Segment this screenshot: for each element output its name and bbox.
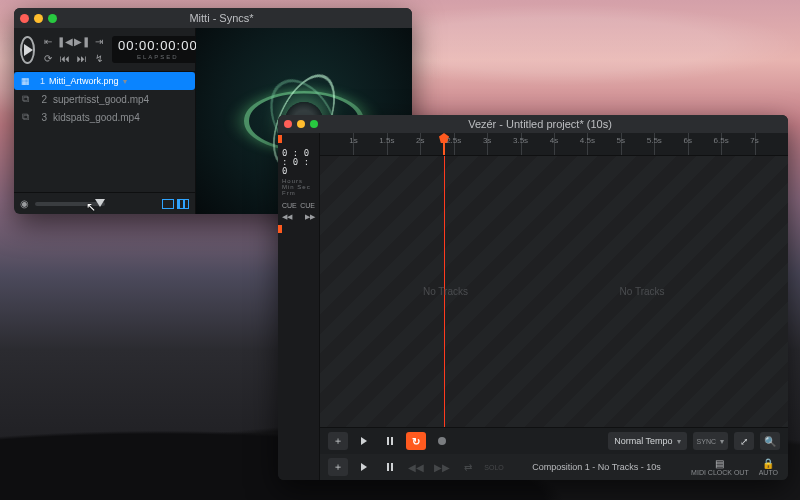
comp-pause-button[interactable] <box>380 432 400 450</box>
proj-next-button[interactable]: ▶▶ <box>432 458 452 476</box>
visibility-icon[interactable]: ◉ <box>20 198 29 209</box>
no-tracks-label: No Tracks <box>423 286 468 297</box>
close-icon[interactable] <box>20 14 29 23</box>
playlist-row[interactable]: ⧉ 3 kidspats_good.mp4 <box>14 108 195 126</box>
ruler-label: 6s <box>683 136 691 145</box>
mitti-traffic-lights <box>20 14 57 23</box>
vezer-main: 1s1.5s2s2.5s3s3.5s4s4.5s5s5.5s6s6.5s7s N… <box>320 133 788 480</box>
loop-button[interactable]: ⟳ <box>41 51 55 65</box>
prev-cue-button[interactable]: CUE CUE <box>278 200 319 211</box>
loop-start-handle[interactable] <box>278 135 282 143</box>
playlist-index: 1 <box>35 76 45 86</box>
mitti-transport: ⇤ ❚◀ ▶❚ ⇥ ⟳ ⏮ ⏭ ↯ 00:00:00:00 ELAPSED <box>14 28 195 72</box>
tempo-select[interactable]: Normal Tempo <box>608 432 686 450</box>
ruler-label: 4s <box>550 136 558 145</box>
vezer-timecode: 0 : 0 : 0 : 0 <box>278 145 319 178</box>
ruler-label: 5.5s <box>647 136 662 145</box>
mitti-titlebar[interactable]: Mitti - Syncs* <box>14 8 412 28</box>
step-back-button[interactable]: ❚◀ <box>58 34 72 48</box>
playlist-row[interactable]: ▦ 1 Mitti_Artwork.png <box>14 72 195 90</box>
auto-label: AUTO <box>759 469 778 476</box>
midi-clock-button[interactable]: ▤ MIDI CLOCK OUT <box>689 458 751 476</box>
comp-record-button[interactable] <box>432 432 452 450</box>
mitti-playlist: ▦ 1 Mitti_Artwork.png ⧉ 2 supertrisst_go… <box>14 72 195 192</box>
ruler-label: 1.5s <box>379 136 394 145</box>
playhead-stem-icon <box>443 143 445 155</box>
play-button[interactable] <box>20 36 35 64</box>
next-cue-button[interactable]: ⇥ <box>92 34 106 48</box>
no-tracks-label: No Tracks <box>620 286 665 297</box>
loop-end-handle[interactable] <box>278 225 282 233</box>
mitti-title: Mitti - Syncs* <box>65 12 406 24</box>
proj-play-button[interactable] <box>354 458 374 476</box>
proj-link-button[interactable]: ⇄ <box>458 458 478 476</box>
comp-loop-button[interactable]: ↻ <box>406 432 426 450</box>
mitti-footer: ◉ <box>14 192 195 214</box>
mitti-sidebar: ⇤ ❚◀ ▶❚ ⇥ ⟳ ⏮ ⏭ ↯ 00:00:00:00 ELAPSED ▦ <box>14 28 196 214</box>
layout-single-button[interactable] <box>162 199 174 209</box>
cue-next-label: CUE <box>300 202 315 209</box>
playlist-row[interactable]: ⧉ 2 supertrisst_good.mp4 <box>14 90 195 108</box>
sync-label: SYNC <box>697 438 716 445</box>
comp-play-button[interactable] <box>354 432 374 450</box>
sync-select[interactable]: SYNC <box>693 432 728 450</box>
proj-solo-button[interactable]: SOLO <box>484 458 504 476</box>
vezer-timecode-label: Hours Min Sec Frm <box>278 178 319 200</box>
slider-thumb-icon[interactable] <box>95 199 105 207</box>
shuffle-button[interactable]: ↯ <box>92 51 106 65</box>
midi-icon: ▤ <box>715 458 724 469</box>
rewind-button[interactable]: ⏮ <box>58 51 72 65</box>
image-icon: ▦ <box>20 76 31 86</box>
layout-split-button[interactable] <box>177 199 189 209</box>
ruler-label: 4.5s <box>580 136 595 145</box>
minimize-icon[interactable] <box>297 120 305 128</box>
status-text: Composition 1 - No Tracks - 10s <box>532 462 661 472</box>
close-icon[interactable] <box>284 120 292 128</box>
cue-label: CUE <box>282 202 297 209</box>
proj-pause-button[interactable] <box>380 458 400 476</box>
ruler-label: 6.5s <box>714 136 729 145</box>
timecode-label: ELAPSED <box>137 54 179 60</box>
video-icon: ⧉ <box>20 93 31 105</box>
ffwd-icon: ▶▶ <box>305 213 315 221</box>
ffwd-button[interactable]: ⏭ <box>75 51 89 65</box>
ruler-label: 2.5s <box>446 136 461 145</box>
maximize-icon[interactable] <box>48 14 57 23</box>
add-track-button[interactable]: ＋ <box>328 432 348 450</box>
pause-icon <box>387 437 393 445</box>
play-icon <box>361 437 367 445</box>
playlist-name: kidspats_good.mp4 <box>53 112 140 123</box>
lock-icon: 🔒 <box>762 458 774 469</box>
composition-toolbar: ＋ ↻ Normal Tempo SYNC ⤢ 🔍 <box>320 428 788 454</box>
mitti-timecode: 00:00:00:00 ELAPSED <box>112 36 204 63</box>
add-composition-button[interactable]: ＋ <box>328 458 348 476</box>
prev-cue-button[interactable]: ⇤ <box>41 34 55 48</box>
step-fwd-button[interactable]: ▶❚ <box>75 34 89 48</box>
tempo-value: Normal Tempo <box>614 436 672 446</box>
maximize-icon[interactable] <box>310 120 318 128</box>
playlist-index: 3 <box>37 112 47 123</box>
proj-prev-button[interactable]: ◀◀ <box>406 458 426 476</box>
ruler-label: 5s <box>617 136 625 145</box>
next-cue-button[interactable]: ◀◀ ▶▶ <box>278 211 319 223</box>
record-icon <box>438 437 446 445</box>
zoom-button[interactable]: 🔍 <box>760 432 780 450</box>
pause-icon <box>387 463 393 471</box>
vezer-window: Vezér - Untitled project* (10s) 0 : 0 : … <box>278 115 788 480</box>
play-icon <box>361 463 367 471</box>
auto-button[interactable]: 🔒 AUTO <box>757 458 780 476</box>
playlist-index: 2 <box>37 94 47 105</box>
ruler-label: 3s <box>483 136 491 145</box>
project-toolbar: ＋ ◀◀ ▶▶ ⇄ SOLO Composition 1 - No Tracks… <box>320 454 788 480</box>
vezer-gutter: 0 : 0 : 0 : 0 Hours Min Sec Frm CUE CUE … <box>278 133 320 480</box>
tracks-area[interactable]: No Tracks No Tracks <box>320 155 788 428</box>
minimize-icon[interactable] <box>34 14 43 23</box>
vezer-title: Vezér - Untitled project* (10s) <box>326 118 782 130</box>
mouse-cursor-icon: ↖ <box>86 200 96 214</box>
vezer-titlebar[interactable]: Vezér - Untitled project* (10s) <box>278 115 788 133</box>
video-icon: ⧉ <box>20 111 31 123</box>
zoom-fit-button[interactable]: ⤢ <box>734 432 754 450</box>
rewind-icon: ◀◀ <box>282 213 292 221</box>
time-ruler[interactable]: 1s1.5s2s2.5s3s3.5s4s4.5s5s5.5s6s6.5s7s <box>320 133 788 155</box>
ruler-label: 2s <box>416 136 424 145</box>
